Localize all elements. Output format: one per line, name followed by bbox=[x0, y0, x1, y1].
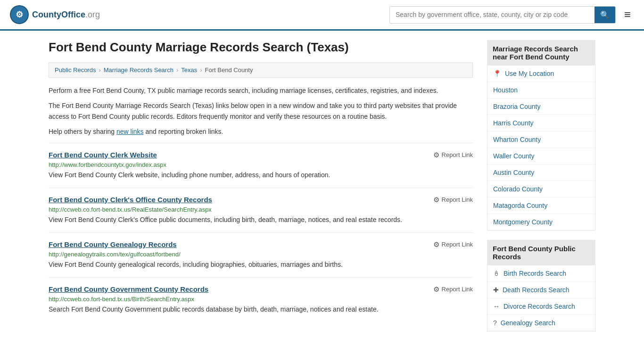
record-entry: Fort Bend County Government County Recor… bbox=[49, 277, 473, 322]
record-type-icon: ✚ bbox=[493, 286, 499, 294]
breadcrumb: Public Records › Marriage Records Search… bbox=[49, 62, 473, 78]
breadcrumb-public-records[interactable]: Public Records bbox=[55, 66, 96, 74]
record-title[interactable]: Fort Bend County Government County Recor… bbox=[49, 285, 208, 293]
desc-3-suffix: and reporting broken links. bbox=[144, 128, 223, 135]
nearby-link[interactable]: 📍Use My Location bbox=[487, 66, 595, 82]
report-icon: ⚙ bbox=[433, 196, 439, 204]
nearby-list-item: Brazoria County bbox=[487, 99, 595, 115]
public-records-list-item: ✚ Death Records Search bbox=[487, 282, 595, 298]
desc-3: Help others by sharing new links and rep… bbox=[49, 126, 473, 137]
record-desc: Search Fort Bend County Government publi… bbox=[49, 304, 473, 314]
nearby-link[interactable]: Waller County bbox=[487, 148, 595, 164]
nearby-label: Harris County bbox=[493, 119, 534, 127]
report-label: Report Link bbox=[442, 286, 473, 293]
public-records-link[interactable]: 🕯 Birth Records Search bbox=[487, 265, 595, 281]
record-url: http://ccweb.co.fort-bend.tx.us/RealEsta… bbox=[49, 206, 473, 213]
public-records-link[interactable]: ✚ Death Records Search bbox=[487, 282, 595, 298]
nearby-link[interactable]: Matagorda County bbox=[487, 197, 595, 214]
report-link[interactable]: ⚙ Report Link bbox=[433, 240, 473, 249]
public-records-link[interactable]: ↔ Divorce Records Search bbox=[487, 298, 595, 314]
breadcrumb-marriage-records[interactable]: Marriage Records Search bbox=[104, 66, 173, 74]
record-title[interactable]: Fort Bend County Clerk Website bbox=[49, 151, 157, 159]
record-type-icon: ? bbox=[493, 319, 497, 327]
record-desc: View Fort Bend County genealogical recor… bbox=[49, 260, 473, 270]
nearby-list-item: Houston bbox=[487, 82, 595, 99]
header-right: 🔍 ≡ bbox=[389, 6, 635, 24]
public-records-list-item: ? Genealogy Search bbox=[487, 315, 595, 331]
record-header: Fort Bend County Clerk Website ⚙ Report … bbox=[49, 151, 473, 159]
breadcrumb-current: Fort Bend County bbox=[205, 66, 253, 74]
nearby-list-item: Colorado County bbox=[487, 181, 595, 197]
nearby-list-item: Austin County bbox=[487, 165, 595, 181]
public-records-list: 🕯 Birth Records Search ✚ Death Records S… bbox=[487, 265, 595, 331]
hamburger-button[interactable]: ≡ bbox=[620, 6, 635, 23]
public-records-list-item: 🕯 Birth Records Search bbox=[487, 265, 595, 282]
public-records-section: Fort Bend County Public Records 🕯 Birth … bbox=[487, 240, 595, 331]
record-entry: Fort Bend County Clerk Website ⚙ Report … bbox=[49, 143, 473, 188]
site-header: ⚙ CountyOffice.org 🔍 ≡ bbox=[0, 0, 644, 31]
search-button[interactable]: 🔍 bbox=[594, 7, 615, 23]
nearby-list-item: Matagorda County bbox=[487, 197, 595, 214]
logo-text: CountyOffice.org bbox=[32, 10, 100, 20]
record-title[interactable]: Fort Bend County Genealogy Records bbox=[49, 240, 177, 248]
report-link[interactable]: ⚙ Report Link bbox=[433, 151, 473, 159]
record-header: Fort Bend County Clerk's Office County R… bbox=[49, 196, 473, 204]
record-header: Fort Bend County Government County Recor… bbox=[49, 285, 473, 294]
content-area: Fort Bend County Marriage Records Search… bbox=[49, 40, 473, 341]
record-url: http://ccweb.co.fort-bend.tx.us/Birth/Se… bbox=[49, 296, 473, 303]
public-records-title: Fort Bend County Public Records bbox=[487, 240, 595, 265]
record-url: http://genealogytrails.com/tex/gulfcoast… bbox=[49, 251, 473, 258]
records-container: Fort Bend County Clerk Website ⚙ Report … bbox=[49, 143, 473, 322]
nearby-list-item: Harris County bbox=[487, 115, 595, 132]
report-icon: ⚙ bbox=[433, 285, 439, 294]
nearby-link[interactable]: Colorado County bbox=[487, 181, 595, 197]
public-records-list-item: ↔ Divorce Records Search bbox=[487, 298, 595, 315]
breadcrumb-sep-1: › bbox=[99, 66, 100, 74]
nearby-list-item: Montgomery County bbox=[487, 214, 595, 230]
breadcrumb-sep-2: › bbox=[176, 66, 178, 74]
location-icon: 📍 bbox=[493, 70, 501, 77]
nearby-label: Colorado County bbox=[493, 185, 543, 193]
report-link[interactable]: ⚙ Report Link bbox=[433, 285, 473, 294]
main-container: Fort Bend County Marriage Records Search… bbox=[39, 31, 605, 350]
nearby-list: 📍Use My LocationHoustonBrazoria CountyHa… bbox=[487, 66, 595, 230]
nearby-label: Montgomery County bbox=[493, 218, 553, 226]
nearby-label: Waller County bbox=[493, 152, 534, 160]
record-type-icon: 🕯 bbox=[493, 270, 500, 277]
record-desc: View Fort Bend County Clerk's Office pub… bbox=[49, 215, 473, 225]
logo-area: ⚙ CountyOffice.org bbox=[9, 5, 100, 25]
nearby-link[interactable]: Montgomery County bbox=[487, 214, 595, 230]
search-input[interactable] bbox=[390, 7, 594, 22]
nearby-title: Marriage Records Search near Fort Bend C… bbox=[487, 40, 595, 66]
report-icon: ⚙ bbox=[433, 240, 439, 249]
public-records-link[interactable]: ? Genealogy Search bbox=[487, 315, 595, 331]
public-records-label: Genealogy Search bbox=[501, 319, 555, 327]
record-title[interactable]: Fort Bend County Clerk's Office County R… bbox=[49, 196, 212, 204]
logo-icon: ⚙ bbox=[9, 5, 29, 25]
nearby-list-item: Wharton County bbox=[487, 132, 595, 148]
breadcrumb-sep-3: › bbox=[200, 66, 202, 74]
nearby-link[interactable]: Brazoria County bbox=[487, 99, 595, 115]
new-links-link[interactable]: new links bbox=[116, 128, 144, 135]
page-title: Fort Bend County Marriage Records Search… bbox=[49, 40, 473, 55]
sidebar: Marriage Records Search near Fort Bend C… bbox=[487, 40, 595, 341]
nearby-link[interactable]: Austin County bbox=[487, 165, 595, 181]
desc-2: The Fort Bend County Marriage Records Se… bbox=[49, 100, 473, 122]
record-type-icon: ↔ bbox=[493, 303, 500, 310]
report-link[interactable]: ⚙ Report Link bbox=[433, 196, 473, 204]
report-label: Report Link bbox=[442, 241, 473, 248]
record-url: http://www.fortbendcountytx.gov/index.as… bbox=[49, 161, 473, 168]
nearby-link[interactable]: Houston bbox=[487, 82, 595, 98]
nearby-label: Matagorda County bbox=[493, 202, 547, 209]
report-label: Report Link bbox=[442, 196, 473, 203]
record-desc: View Fort Bend County Clerk website, inc… bbox=[49, 170, 473, 180]
nearby-label: Austin County bbox=[493, 169, 534, 176]
nearby-list-item: 📍Use My Location bbox=[487, 66, 595, 82]
search-bar: 🔍 bbox=[389, 6, 616, 24]
nearby-link[interactable]: Wharton County bbox=[487, 132, 595, 148]
nearby-label: Brazoria County bbox=[493, 103, 540, 110]
report-label: Report Link bbox=[442, 151, 473, 158]
nearby-link[interactable]: Harris County bbox=[487, 115, 595, 131]
breadcrumb-texas[interactable]: Texas bbox=[181, 66, 197, 74]
record-entry: Fort Bend County Genealogy Records ⚙ Rep… bbox=[49, 232, 473, 277]
